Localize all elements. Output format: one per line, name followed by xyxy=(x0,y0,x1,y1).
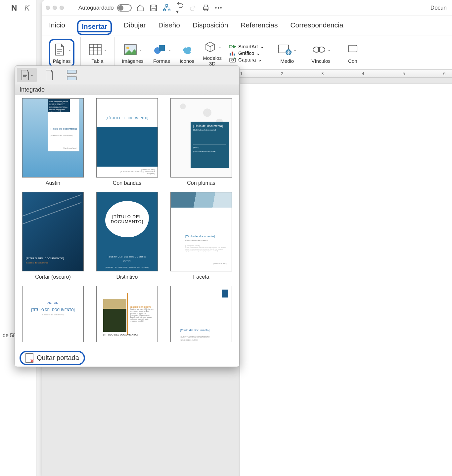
tab-correspondencia[interactable]: Correspondencia xyxy=(290,20,344,35)
svg-rect-25 xyxy=(348,45,357,52)
screenshot-button[interactable]: Captura ⌄ xyxy=(229,57,262,63)
duck-icon xyxy=(180,42,194,57)
cover-ion[interactable]: DESCRIPCIÓN BREVE [Capte la atención del… xyxy=(95,286,159,342)
gallery-footer: Quitar portada xyxy=(15,349,239,367)
links-button[interactable]: ⌄ Vínculos xyxy=(310,42,332,64)
gallery-scroll[interactable]: Integrado [Capte la atención del lector … xyxy=(15,84,239,349)
tab-disposicion[interactable]: Disposición xyxy=(192,20,229,35)
shapes-button[interactable]: ⌄ Formas xyxy=(151,42,172,64)
blank-page-tab-button[interactable] xyxy=(39,68,59,82)
cover-distintivo-label: Distintivo xyxy=(116,274,138,280)
icons-button[interactable]: Iconos xyxy=(178,42,196,64)
bold-indicator: N xyxy=(11,3,20,12)
cover-cortar[interactable]: [TÍTULO DEL DOCUMENTO] [Subtítulo del do… xyxy=(21,192,85,280)
chart-button[interactable]: Gráfico ⌄ xyxy=(229,50,260,56)
undo-icon[interactable]: ▾ xyxy=(176,1,184,15)
cover-filigrana[interactable]: ❧ ❧ [TÍTULO DEL DOCUMENTO] [Subtítulo de… xyxy=(21,286,85,342)
ruler-mark: 5 xyxy=(403,71,405,76)
autosave-toggle[interactable] xyxy=(117,4,132,12)
media-icon xyxy=(278,42,292,57)
gallery-grid: [Capte la atención del lector con un res… xyxy=(15,95,239,348)
orgchart-icon[interactable] xyxy=(163,4,171,12)
quick-access-toolbar: ▾ ••• xyxy=(136,1,223,15)
svg-rect-8 xyxy=(204,9,207,11)
window-controls[interactable] xyxy=(46,6,64,10)
group-truncated: Con xyxy=(338,37,367,69)
tab-dibujar[interactable]: Dibujar xyxy=(123,20,147,35)
truncated-button[interactable]: Con xyxy=(344,42,361,64)
pages-label: Páginas xyxy=(53,58,70,64)
document-page[interactable] xyxy=(240,84,452,476)
svg-marker-15 xyxy=(233,45,236,48)
truncated-label: Con xyxy=(348,58,357,64)
minimize-dot[interactable] xyxy=(53,6,57,10)
group-media: ⌄ Medio xyxy=(270,37,304,69)
cover-semaforo[interactable]: [Título del documento] [SUBTÍTULO DEL DO… xyxy=(169,286,233,342)
close-dot[interactable] xyxy=(46,6,50,10)
group-links: ⌄ Vínculos xyxy=(304,37,338,69)
more-icon[interactable]: ••• xyxy=(215,5,223,11)
gallery-toolbar: ⌄ xyxy=(15,66,239,84)
chart-icon xyxy=(229,50,236,56)
maximize-dot[interactable] xyxy=(60,6,64,10)
home-icon[interactable] xyxy=(136,4,144,12)
cover-faceta[interactable]: [Título del documento] [Subtítulo del do… xyxy=(169,192,233,280)
images-button[interactable]: ⌄ Imágenes xyxy=(120,42,145,64)
thumb-bandas: [TÍTULO DEL DOCUMENTO] [Nombre del autor… xyxy=(96,98,158,178)
cover-austin[interactable]: [Capte la atención del lector con un res… xyxy=(21,98,85,186)
table-button[interactable]: ⌄ Tabla xyxy=(87,42,108,64)
print-icon[interactable] xyxy=(202,4,210,12)
tab-referencias[interactable]: Referencias xyxy=(240,20,278,35)
cover-page-tab-button[interactable]: ⌄ xyxy=(17,68,37,82)
svg-rect-0 xyxy=(151,5,157,11)
autosave-group: Autoguardado xyxy=(78,4,132,12)
tab-diseno[interactable]: Diseño xyxy=(158,20,181,35)
redo-icon[interactable] xyxy=(189,4,197,12)
cover-bandas[interactable]: [TÍTULO DEL DOCUMENTO] [Nombre del autor… xyxy=(95,98,159,186)
smartart-icon xyxy=(229,44,236,50)
save-icon[interactable] xyxy=(150,4,158,12)
smartart-button[interactable]: SmartArt ⌄ xyxy=(229,44,264,50)
ruler-mark: 3 xyxy=(321,71,324,76)
table-icon xyxy=(88,42,103,57)
cover-distintivo[interactable]: [TÍTULO DEL DOCUMENTO] [SUBTÍTULO DEL DO… xyxy=(95,192,159,280)
svg-rect-18 xyxy=(234,54,235,56)
cover-bandas-label: Con bandas xyxy=(113,180,141,186)
media-button[interactable]: ⌄ Medio xyxy=(276,42,298,64)
remove-cover-icon xyxy=(25,353,33,363)
thumb-semaforo: [Título del documento] [SUBTÍTULO DEL DO… xyxy=(170,286,232,342)
titlebar: Autoguardado ▾ ••• Docun xyxy=(42,0,452,16)
svg-rect-13 xyxy=(159,45,165,51)
svg-rect-5 xyxy=(168,9,170,11)
smartart-label: SmartArt xyxy=(238,44,258,49)
ruler-mark: 4 xyxy=(362,71,364,76)
chevron-down-icon: ⌄ xyxy=(219,45,222,49)
cube-icon xyxy=(203,40,217,54)
page-break-tab-button[interactable] xyxy=(62,68,82,82)
ruler-mark: 6 xyxy=(443,71,445,76)
svg-rect-4 xyxy=(163,9,165,11)
cover-plumas-label: Con plumas xyxy=(187,180,215,186)
autosave-label: Autoguardado xyxy=(78,5,114,11)
horizontal-ruler[interactable]: 1 2 3 4 5 6 7 xyxy=(204,70,452,78)
comment-icon xyxy=(345,42,360,57)
svg-rect-26 xyxy=(67,70,76,73)
svg-rect-7 xyxy=(204,5,207,7)
chevron-down-icon: ⌄ xyxy=(258,57,262,63)
cover-plumas[interactable]: [Título del documento] [Subtítulo del do… xyxy=(169,98,233,186)
chevron-down-icon: ⌄ xyxy=(139,48,142,52)
table-label: Tabla xyxy=(92,58,104,64)
remove-cover-button[interactable]: Quitar portada xyxy=(20,351,85,365)
tab-insertar[interactable]: Insertar xyxy=(77,20,112,35)
models3d-button[interactable]: ⌄ Modelos 3D xyxy=(202,39,223,67)
tab-inicio[interactable]: Inicio xyxy=(48,20,66,35)
pages-button[interactable]: ⌄ Páginas xyxy=(49,39,74,67)
thumb-plumas: [Título del documento] [Subtítulo del do… xyxy=(170,98,232,178)
chevron-down-icon: ⌄ xyxy=(104,48,107,52)
svg-rect-3 xyxy=(166,5,168,6)
thumb-distintivo: [TÍTULO DEL DOCUMENTO] [SUBTÍTULO DEL DO… xyxy=(96,192,158,271)
ribbon-tabs: Inicio Insertar Dibujar Diseño Disposici… xyxy=(42,16,452,35)
chevron-down-icon: ⌄ xyxy=(260,44,264,50)
models3d-label-1: Modelos xyxy=(203,55,222,61)
ribbon: ⌄ Páginas ⌄ Tabla xyxy=(42,35,452,70)
